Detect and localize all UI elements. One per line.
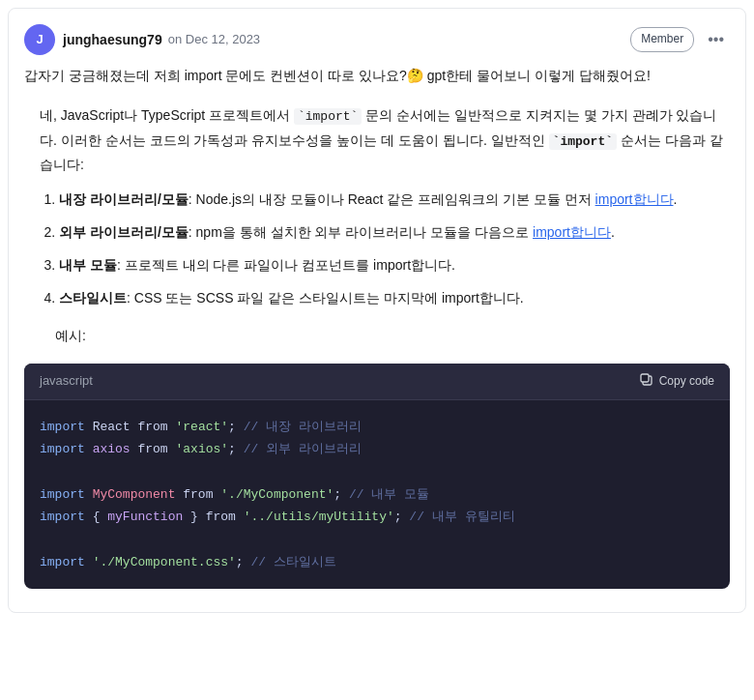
- copy-icon: [640, 373, 653, 390]
- import-bold-code: `import`: [549, 133, 617, 150]
- code-line-3: [40, 460, 714, 482]
- code-line-7: import './MyComponent.css'; // 스타일시트: [40, 551, 714, 573]
- import-order-list: 내장 라이브러리/모듈: Node.js의 내장 모듈이나 React 같은 프…: [40, 189, 730, 309]
- post-header-right: Member •••: [630, 25, 730, 54]
- code-block: javascript Copy code import React from '…: [24, 364, 730, 590]
- import-inline-code: `import`: [294, 108, 362, 125]
- post-date: on Dec 12, 2023: [168, 30, 260, 50]
- more-options-button[interactable]: •••: [702, 25, 730, 54]
- example-label: 예시:: [55, 324, 730, 348]
- code-language-label: javascript: [40, 371, 93, 392]
- author-info: junghaesung79 on Dec 12, 2023: [63, 29, 260, 50]
- question-text: 갑자기 궁금해졌는데 저희 import 문에도 컨벤션이 따로 있나요?🤔 g…: [24, 65, 730, 86]
- list-item-2: 외부 라이브러리/모듈: npm을 통해 설치한 외부 라이브러리나 모듈을 다…: [59, 221, 730, 245]
- post-container: J junghaesung79 on Dec 12, 2023 Member •…: [8, 8, 746, 613]
- code-line-1: import React from 'react'; // 내장 라이브러리: [40, 416, 714, 438]
- post-header-left: J junghaesung79 on Dec 12, 2023: [24, 24, 260, 55]
- post-header: J junghaesung79 on Dec 12, 2023 Member •…: [24, 24, 730, 55]
- answer-intro: 네, JavaScript나 TypeScript 프로젝트에서 `import…: [40, 103, 730, 177]
- list-item-4: 스타일시트: CSS 또는 SCSS 파일 같은 스타일시트는 마지막에 imp…: [59, 287, 730, 310]
- member-badge: Member: [630, 27, 694, 51]
- copy-label: Copy code: [659, 374, 714, 388]
- code-body: import React from 'react'; // 내장 라이브러리 i…: [24, 400, 730, 590]
- code-line-4: import MyComponent from './MyComponent';…: [40, 483, 714, 506]
- avatar: J: [24, 24, 55, 55]
- code-line-6: [40, 528, 714, 550]
- code-line-2: import axios from 'axios'; // 외부 라이브러리: [40, 438, 714, 460]
- svg-rect-1: [641, 374, 649, 382]
- copy-code-button[interactable]: Copy code: [640, 373, 714, 390]
- answer-block: 네, JavaScript나 TypeScript 프로젝트에서 `import…: [24, 100, 730, 363]
- author-name: junghaesung79: [63, 29, 162, 50]
- code-line-5: import { myFunction } from '../utils/myU…: [40, 506, 714, 528]
- list-item-1: 내장 라이브러리/모듈: Node.js의 내장 모듈이나 React 같은 프…: [59, 189, 730, 212]
- list-item-3: 내부 모듈: 프로젝트 내의 다른 파일이나 컴포넌트를 import합니다.: [59, 254, 730, 277]
- code-header: javascript Copy code: [24, 364, 730, 400]
